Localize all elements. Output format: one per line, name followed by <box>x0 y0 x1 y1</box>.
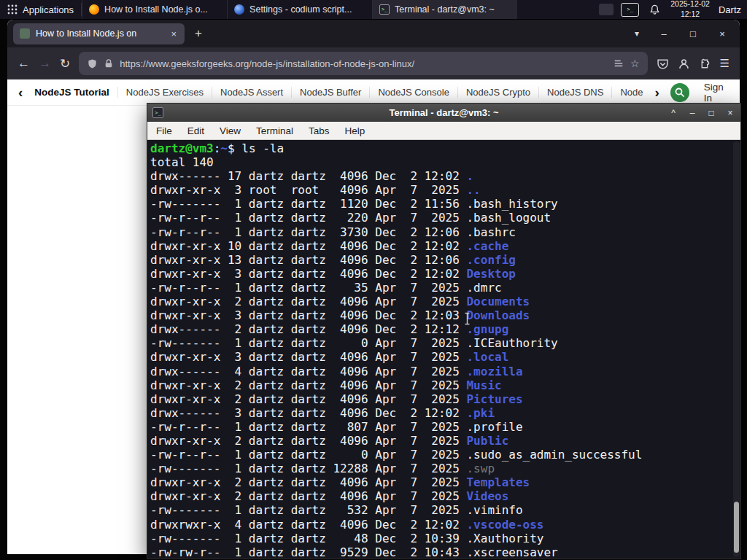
terminal-line: drwxr-xr-x 2 dartz dartz 4096 Apr 7 2025… <box>150 378 740 392</box>
site-nav-item-exercises[interactable]: NodeJS Exercises <box>118 87 212 98</box>
terminal-line: drwxr-xr-x 2 dartz dartz 4096 Apr 7 2025… <box>150 295 740 308</box>
forward-button[interactable]: → <box>39 56 51 71</box>
tab-title: How to Install Node.js on <box>36 28 163 39</box>
terminal-line: drwxrwxr-x 4 dartz dartz 4096 Dec 2 12:0… <box>150 518 740 532</box>
applications-label: Applications <box>23 4 74 15</box>
terminal-line: drwx------ 2 dartz dartz 4096 Dec 2 12:1… <box>150 322 740 336</box>
terminal-icon: >_ <box>379 4 390 15</box>
terminal-close-button[interactable]: × <box>725 108 735 118</box>
site-nav-item-dns[interactable]: NodeJS DNS <box>539 87 612 98</box>
terminal-body[interactable]: dartz@vm3:~$ ls -latotal 140drwx------ 1… <box>147 140 740 559</box>
terminal-menubar: File Edit View Terminal Tabs Help <box>147 122 740 140</box>
terminal-title: Terminal - dartz@vm3: ~ <box>147 107 740 118</box>
search-icon[interactable] <box>670 83 689 102</box>
bookmark-star-icon[interactable]: ☆ <box>630 58 640 69</box>
terminal-line: drwxr-xr-x 2 dartz dartz 4096 Apr 7 2025… <box>150 392 740 406</box>
terminal-scrollbar[interactable] <box>733 141 740 557</box>
terminal-shade-button[interactable]: ^ <box>668 108 678 118</box>
terminal-line: drwx------ 17 dartz dartz 4096 Dec 2 12:… <box>150 169 740 183</box>
notification-bell-icon[interactable] <box>649 4 660 15</box>
clock[interactable]: 2025-12-02 12:12 <box>670 0 710 20</box>
window-close-button[interactable]: × <box>711 28 734 39</box>
tab-close-icon[interactable]: × <box>169 28 178 39</box>
terminal-line: drwx------ 3 dartz dartz 4096 Dec 2 12:0… <box>150 406 740 420</box>
terminal-line: -rw-r--r-- 1 dartz dartz 807 Apr 7 2025 … <box>150 420 740 434</box>
tracking-protection-shield-icon[interactable] <box>87 58 98 69</box>
nav-scroll-left-icon[interactable]: ‹ <box>15 85 26 99</box>
terminal-line: -rw-r--r-- 1 dartz dartz 0 Apr 7 2025 .s… <box>150 448 740 462</box>
terminal-line: -rw------- 1 dartz dartz 1120 Dec 2 11:5… <box>150 197 740 211</box>
tab-bar: How to Install Node.js on × + ▾ – □ × <box>7 20 740 47</box>
site-nav-item-console[interactable]: NodeJS Console <box>370 87 458 98</box>
terminal-line: -rw-rw-r-- 1 dartz dartz 9529 Dec 2 10:4… <box>150 545 740 559</box>
scrollbar-thumb[interactable] <box>734 502 739 553</box>
window-maximize-button[interactable]: □ <box>681 28 705 39</box>
lock-icon[interactable] <box>104 58 113 69</box>
site-nav-item-assert[interactable]: NodeJS Assert <box>212 87 292 98</box>
tray-terminal-icon[interactable]: >_ <box>621 3 639 17</box>
terminal-line: -rw------- 1 dartz dartz 48 Dec 2 10:39 … <box>150 532 740 545</box>
taskbar-button-settings[interactable]: Settings - codium script... <box>227 0 372 19</box>
site-nav-item-tutorial[interactable]: NodeJS Tutorial <box>26 87 118 98</box>
pocket-icon[interactable] <box>657 58 669 70</box>
terminal-line: drwxr-xr-x 10 dartz dartz 4096 Dec 2 12:… <box>150 239 740 253</box>
applications-grid-icon <box>7 4 18 15</box>
list-tabs-icon[interactable]: ▾ <box>635 28 639 39</box>
terminal-icon: >_ <box>152 107 163 118</box>
url-text[interactable]: https://www.geeksforgeeks.org/node-js/in… <box>120 58 607 69</box>
firefox-icon <box>89 4 99 15</box>
terminal-line: -rw------- 1 dartz dartz 532 Apr 7 2025 … <box>150 503 740 517</box>
extensions-icon[interactable] <box>699 58 711 70</box>
taskbar-button-firefox-nodejs[interactable]: How to Install Node.js o... <box>82 0 227 19</box>
terminal-line: drwxr-xr-x 2 dartz dartz 4096 Apr 7 2025… <box>150 434 740 448</box>
menu-file[interactable]: File <box>156 125 172 136</box>
reader-mode-icon[interactable] <box>614 58 624 69</box>
new-tab-button[interactable]: + <box>190 26 206 41</box>
terminal-line: -rw-r--r-- 1 dartz dartz 3730 Dec 2 12:0… <box>150 225 740 239</box>
terminal-line: dartz@vm3:~$ ls -la <box>150 141 740 155</box>
terminal-maximize-button[interactable]: □ <box>706 108 716 118</box>
sign-in-button[interactable]: Sign In <box>704 82 727 104</box>
terminal-line: drwxr-xr-x 3 root root 4096 Apr 7 2025 .… <box>150 183 740 197</box>
applications-menu[interactable]: Applications <box>0 0 81 19</box>
nav-scroll-right-icon[interactable]: › <box>651 85 662 99</box>
menu-tabs[interactable]: Tabs <box>309 125 330 136</box>
site-nav-item-crypto[interactable]: NodeJS Crypto <box>458 87 539 98</box>
site-nav-item-truncated[interactable]: Node <box>612 87 651 98</box>
terminal-minimize-button[interactable]: – <box>687 108 697 118</box>
terminal-line: -rw-r--r-- 1 dartz dartz 220 Apr 7 2025 … <box>150 211 740 225</box>
terminal-line: -rw------- 1 dartz dartz 12288 Apr 7 202… <box>150 462 740 475</box>
terminal-window: >_ Terminal - dartz@vm3: ~ ^ – □ × File … <box>147 103 741 559</box>
site-nav-item-buffer[interactable]: NodeJS Buffer <box>292 87 370 98</box>
terminal-line: drwx------ 4 dartz dartz 4096 Apr 7 2025… <box>150 365 740 378</box>
navigation-toolbar: ← → ↻ https://www.geeksforgeeks.org/node… <box>7 47 740 79</box>
terminal-line: drwxr-xr-x 2 dartz dartz 4096 Apr 7 2025… <box>150 489 740 503</box>
menu-terminal[interactable]: Terminal <box>256 125 293 136</box>
session-user-label: Dartz <box>719 4 741 15</box>
reload-button[interactable]: ↻ <box>60 56 70 71</box>
terminal-output: dartz@vm3:~$ ls -latotal 140drwx------ 1… <box>150 141 740 559</box>
window-minimize-button[interactable]: – <box>652 28 676 39</box>
terminal-line: drwxr-xr-x 3 dartz dartz 4096 Dec 2 12:0… <box>150 308 740 322</box>
taskbar-button-terminal[interactable]: >_ Terminal - dartz@vm3: ~ <box>372 0 517 19</box>
menu-view[interactable]: View <box>220 125 241 136</box>
back-button[interactable]: ← <box>18 56 30 71</box>
menu-edit[interactable]: Edit <box>187 125 204 136</box>
terminal-titlebar[interactable]: >_ Terminal - dartz@vm3: ~ ^ – □ × <box>147 104 740 122</box>
clock-time: 12:12 <box>670 9 710 20</box>
settings-window-icon <box>234 4 244 15</box>
tab-favicon <box>20 28 30 39</box>
url-bar[interactable]: https://www.geeksforgeeks.org/node-js/in… <box>79 52 647 75</box>
menu-icon[interactable]: ☰ <box>720 57 729 70</box>
menu-help[interactable]: Help <box>345 125 365 136</box>
tray-icon[interactable] <box>599 4 614 15</box>
terminal-line: drwxr-xr-x 13 dartz dartz 4096 Dec 2 12:… <box>150 253 740 267</box>
terminal-line: total 140 <box>150 155 740 169</box>
taskbar-button-label: Terminal - dartz@vm3: ~ <box>395 4 511 15</box>
clock-date: 2025-12-02 <box>670 0 710 9</box>
text-cursor-pointer <box>463 312 471 325</box>
taskbar-button-label: Settings - codium script... <box>249 4 365 15</box>
account-icon[interactable] <box>678 58 690 70</box>
top-panel: Applications How to Install Node.js o...… <box>0 0 747 20</box>
browser-tab[interactable]: How to Install Node.js on × <box>13 23 185 44</box>
